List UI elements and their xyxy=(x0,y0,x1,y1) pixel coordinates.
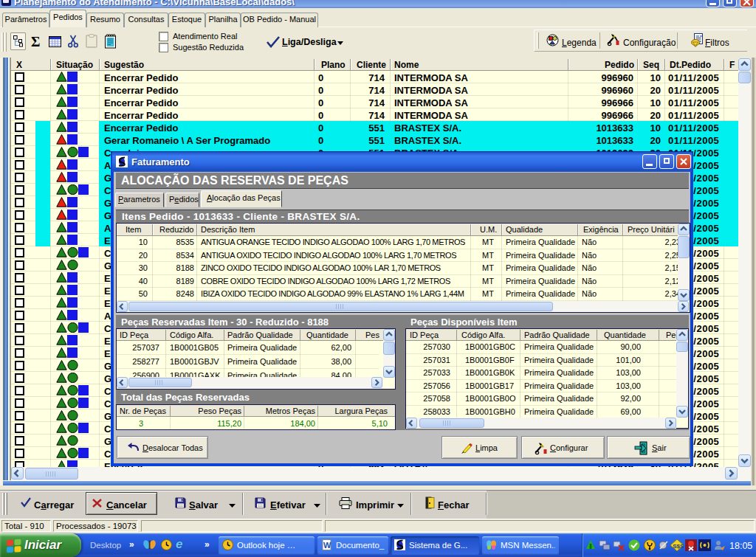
svg-text:W: W xyxy=(323,541,331,550)
svg-text:S$S: S$S xyxy=(673,543,684,550)
